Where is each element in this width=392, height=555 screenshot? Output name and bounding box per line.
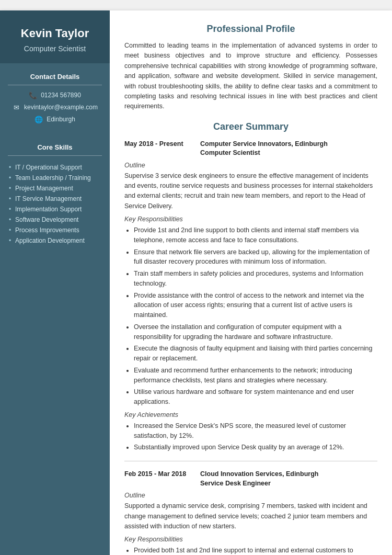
job-0: May 2018 - PresentComputer Service Innov… (124, 140, 377, 453)
candidate-name: Kevin Taylor (8, 26, 102, 41)
job-divider (124, 461, 377, 461)
responsibility-item: Oversee the installation and configurati… (134, 322, 377, 342)
skill-item: Implementation Support (8, 204, 102, 214)
phone-number: 01234 567890 (41, 92, 81, 99)
responsibilities-list: Provided both 1st and 2nd line support t… (124, 546, 377, 555)
location-contact: 🌐 Edinburgh (8, 116, 102, 123)
responsibilities-list: Provide 1st and 2nd line support to both… (124, 225, 377, 407)
name-area: Kevin Taylor Computer Scientist (0, 10, 110, 63)
responsibility-item: Evaluate and recommend further enhanceme… (134, 366, 377, 386)
job-company: Computer Service Innovators, Edinburgh (200, 140, 377, 149)
job-row: May 2018 - PresentComputer Service Innov… (124, 140, 377, 158)
job-dates: May 2018 - Present (124, 140, 200, 158)
achievement-item: Increased the Service Desk's NPS score, … (134, 421, 377, 441)
responsibility-item: Ensure that network file servers are bac… (134, 247, 377, 267)
responsibility-item: Provided both 1st and 2nd line support t… (134, 546, 377, 555)
skill-item: IT / Operational Support (8, 162, 102, 173)
responsibility-item: Execute the diagnosis of faulty equipmen… (134, 344, 377, 364)
responsibility-item: Provide assistance with the control of a… (134, 291, 377, 320)
skills-section: Core Skills IT / Operational SupportTeam… (0, 134, 110, 252)
profile-heading: Professional Profile (124, 24, 377, 35)
skill-item: Team Leadership / Training (8, 173, 102, 183)
outline-text: Supported a dynamic service desk, compri… (124, 501, 377, 531)
sidebar: Kevin Taylor Computer Scientist Contact … (0, 10, 110, 555)
candidate-title: Computer Scientist (8, 44, 102, 53)
job-company: Cloud Innovation Services, Edinburgh (200, 470, 377, 479)
career-heading: Career Summary (124, 121, 377, 132)
outline-label: Outline (124, 492, 377, 499)
skill-item: Software Development (8, 214, 102, 225)
outline-label: Outline (124, 162, 377, 169)
location-icon: 🌐 (34, 116, 43, 123)
contact-section: Contact Details 📞 01234 567890 ✉ kevinta… (0, 63, 110, 134)
achievement-item: Substantially improved upon Service Desk… (134, 443, 377, 452)
skills-list: IT / Operational SupportTeam Leadership … (8, 162, 102, 246)
phone-icon: 📞 (29, 92, 37, 99)
responsibility-item: Utilise various hardware and software fo… (134, 387, 377, 407)
phone-contact: 📞 01234 567890 (8, 92, 102, 99)
resume-page: Kevin Taylor Computer Scientist Contact … (0, 10, 392, 555)
achievements-label: Key Achievements (124, 411, 377, 418)
main-content: Professional Profile Committed to leadin… (110, 10, 392, 555)
responsibilities-label: Key Responsibilities (124, 216, 377, 223)
responsibilities-label: Key Responsibilities (124, 536, 377, 543)
career-section: May 2018 - PresentComputer Service Innov… (124, 140, 377, 555)
skill-item: Process Improvements (8, 225, 102, 235)
skill-item: Application Development (8, 235, 102, 246)
email-address: kevintaylor@example.com (24, 104, 98, 111)
job-title: Service Desk Engineer (200, 479, 377, 489)
job-dates: Feb 2015 - Mar 2018 (124, 470, 200, 488)
outline-text: Supervise 3 service desk engineers to en… (124, 171, 377, 212)
profile-text: Committed to leading teams in the implem… (124, 41, 377, 112)
achievements-list: Increased the Service Desk's NPS score, … (124, 421, 377, 452)
location-text: Edinburgh (47, 116, 75, 123)
email-contact: ✉ kevintaylor@example.com (8, 104, 102, 111)
job-details: Cloud Innovation Services, EdinburghServ… (200, 470, 377, 488)
job-row: Feb 2015 - Mar 2018Cloud Innovation Serv… (124, 470, 377, 488)
job-title: Computer Scientist (200, 149, 377, 158)
responsibility-item: Train staff members in safety policies a… (134, 269, 377, 289)
skill-item: IT Service Management (8, 194, 102, 204)
responsibility-item: Provide 1st and 2nd line support to both… (134, 225, 377, 245)
contact-heading: Contact Details (8, 73, 102, 85)
skills-heading: Core Skills (8, 143, 102, 156)
job-details: Computer Service Innovators, EdinburghCo… (200, 140, 377, 158)
skill-item: Project Management (8, 183, 102, 194)
email-icon: ✉ (12, 104, 20, 111)
job-1: Feb 2015 - Mar 2018Cloud Innovation Serv… (124, 470, 377, 555)
